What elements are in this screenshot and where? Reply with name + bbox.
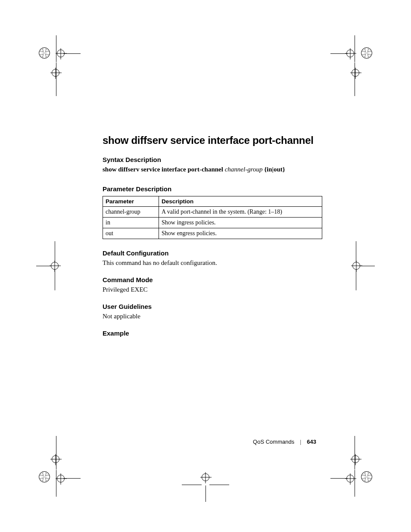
reg-mark-icon xyxy=(57,475,65,482)
crop-corner-bottom-left xyxy=(39,471,50,482)
crop-line xyxy=(360,266,375,266)
table-row: in Show ingress policies. xyxy=(103,218,322,228)
table-row: channel-group A valid port-channel in th… xyxy=(103,207,322,218)
reg-mark-icon xyxy=(51,262,59,270)
default-config-heading: Default Configuration xyxy=(103,249,322,257)
user-guidelines-heading: User Guidelines xyxy=(103,303,322,310)
crop-line xyxy=(356,241,356,262)
table-cell-desc: A valid port-channel in the system. (Ran… xyxy=(159,207,322,218)
syntax-line: show diffserv service interface port-cha… xyxy=(103,166,322,173)
table-cell-desc: Show ingress policies. xyxy=(159,218,322,228)
reg-mark-icon xyxy=(52,69,59,77)
table-row: out Show engress policies. xyxy=(103,228,322,239)
crop-line xyxy=(56,35,56,62)
table-header-desc: Description xyxy=(159,196,322,207)
reg-mark-icon xyxy=(57,50,65,57)
example-heading: Example xyxy=(103,330,322,337)
reg-mark-icon xyxy=(352,455,359,463)
footer-separator: | xyxy=(300,439,301,445)
crop-line xyxy=(356,270,356,290)
page-title: show diffserv service interface port-cha… xyxy=(103,134,322,146)
reg-mark-icon xyxy=(352,69,359,77)
reg-mark-icon xyxy=(346,50,354,57)
crop-line xyxy=(206,485,206,502)
crop-line xyxy=(36,266,51,266)
table-cell-param: out xyxy=(103,228,159,239)
crop-corner-top-right xyxy=(361,47,372,59)
command-mode-text: Privileged EXEC xyxy=(103,286,322,293)
crop-line xyxy=(355,35,355,62)
crop-line xyxy=(182,485,202,485)
table-header-row: Parameter Description xyxy=(103,196,322,207)
crop-line xyxy=(209,485,229,485)
footer-section: QoS Commands xyxy=(253,439,294,445)
crop-line xyxy=(56,470,56,497)
table-header-param: Parameter xyxy=(103,196,159,207)
page-footer: QoS Commands | 643 xyxy=(253,439,316,445)
footer-page-number: 643 xyxy=(307,439,316,445)
reg-mark-icon xyxy=(52,455,59,463)
reg-mark-icon xyxy=(202,473,209,481)
table-cell-param: channel-group xyxy=(103,207,159,218)
page-content: show diffserv service interface port-cha… xyxy=(103,134,322,339)
syntax-braces: {in|out} xyxy=(264,166,285,173)
table-cell-param: in xyxy=(103,218,159,228)
syntax-param: channel-group xyxy=(225,166,263,173)
syntax-cmd: show diffserv service interface port-cha… xyxy=(103,166,223,173)
syntax-heading: Syntax Description xyxy=(103,156,322,163)
command-mode-heading: Command Mode xyxy=(103,276,322,283)
parameter-table: Parameter Description channel-group A va… xyxy=(103,196,322,239)
crop-line xyxy=(56,62,56,96)
crop-corner-bottom-right xyxy=(361,471,372,482)
crop-corner-top-left xyxy=(39,47,50,59)
crop-line xyxy=(55,270,55,290)
crop-line xyxy=(56,436,56,470)
reg-mark-icon xyxy=(352,262,360,270)
crop-line xyxy=(55,241,55,262)
reg-mark-icon xyxy=(346,475,354,482)
user-guidelines-text: Not applicable xyxy=(103,313,322,320)
parameter-heading: Parameter Description xyxy=(103,185,322,193)
table-cell-desc: Show engress policies. xyxy=(159,228,322,239)
crop-line xyxy=(355,470,355,497)
default-config-text: This command has no default configuratio… xyxy=(103,259,322,267)
